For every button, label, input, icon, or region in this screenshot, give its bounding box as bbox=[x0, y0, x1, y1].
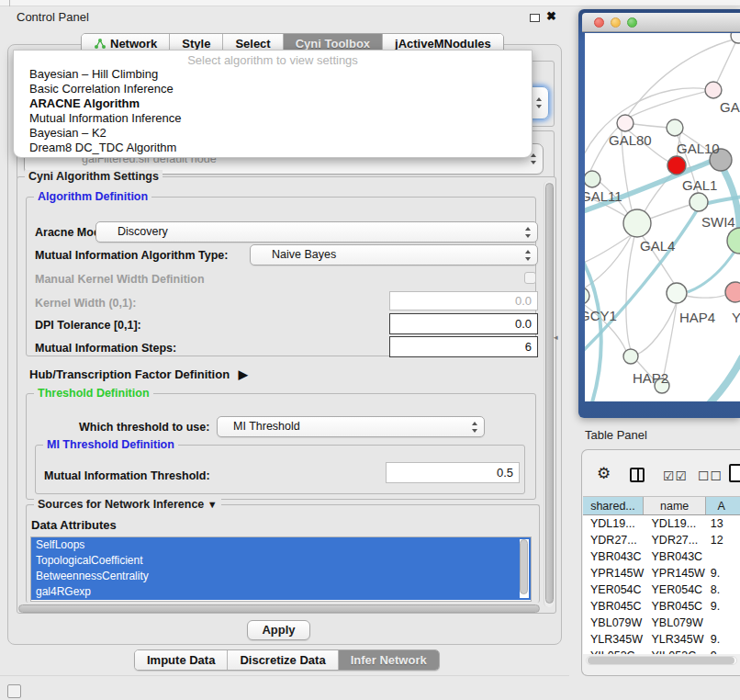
table-horizontal-scrollbar[interactable] bbox=[586, 656, 737, 665]
table-row[interactable]: YBR045CYBR045C9. bbox=[583, 598, 740, 615]
network-canvas[interactable]: GAL GAL80 GAL10 GAL1 GAL11 SWI4 GAL4 GCY… bbox=[585, 33, 740, 401]
mi-type-combo[interactable]: Naive Bayes bbox=[250, 244, 538, 265]
network-node[interactable] bbox=[727, 228, 740, 254]
table-row[interactable]: YBR043CYBR043C bbox=[583, 548, 740, 565]
algorithm-option[interactable]: Mutual Information Inference bbox=[14, 111, 532, 126]
top-strip bbox=[0, 0, 740, 6]
list-item[interactable]: gal4RGexp bbox=[31, 584, 531, 600]
table-row[interactable]: YDL19...YDL19...13 bbox=[583, 515, 740, 532]
cyni-settings-title: Cyni Algorithm Settings bbox=[25, 170, 163, 183]
collapse-down-icon[interactable]: ▼ bbox=[207, 499, 218, 510]
node-label: GAL4 bbox=[640, 238, 675, 254]
combo-arrows-icon bbox=[531, 153, 537, 164]
network-node-swi4[interactable] bbox=[690, 193, 708, 211]
network-node[interactable] bbox=[705, 82, 722, 98]
node-label: GCY1 bbox=[585, 308, 617, 323]
network-node[interactable] bbox=[731, 33, 740, 43]
network-node-gal80[interactable] bbox=[617, 115, 633, 131]
algorithm-option[interactable]: Dream8 DC_TDC Algorithm bbox=[14, 141, 532, 155]
column-header-shared-name[interactable]: shared... bbox=[583, 497, 644, 514]
list-vertical-scrollbar[interactable] bbox=[520, 539, 529, 598]
network-node-gal11[interactable] bbox=[585, 171, 600, 187]
node-label: SWI4 bbox=[701, 214, 735, 230]
float-panel-icon[interactable] bbox=[7, 684, 21, 698]
network-node-gal10[interactable] bbox=[667, 119, 683, 136]
tab-discretize-data[interactable]: Discretize Data bbox=[228, 650, 338, 670]
close-traffic-light[interactable] bbox=[594, 17, 604, 28]
top-tick bbox=[9, 0, 10, 6]
algorithm-option[interactable]: Basic Correlation Inference bbox=[14, 82, 532, 96]
network-window-titlebar[interactable] bbox=[582, 13, 740, 32]
manual-kernel-checkbox[interactable] bbox=[524, 272, 536, 284]
mi-type-label: Mutual Information Algorithm Type: bbox=[35, 249, 228, 262]
table-row[interactable]: YER054CYER054C8. bbox=[583, 581, 740, 598]
mi-threshold-title: MI Threshold Definition bbox=[43, 438, 178, 451]
settings-horizontal-scrollbar[interactable] bbox=[18, 604, 542, 613]
network-node-gal4[interactable] bbox=[623, 209, 651, 237]
data-attributes-label: Data Attributes bbox=[31, 518, 117, 532]
network-node-gcy1[interactable] bbox=[585, 288, 589, 304]
column-header-name[interactable]: name bbox=[644, 497, 707, 514]
mi-steps-label: Mutual Information Steps: bbox=[35, 342, 176, 355]
table-row[interactable]: YLR345WYLR345W9. bbox=[583, 631, 740, 648]
list-item[interactable]: TopologicalCoefficient bbox=[31, 553, 531, 569]
network-node[interactable] bbox=[725, 282, 740, 302]
algorithm-option-selected[interactable]: ARACNE Algorithm bbox=[14, 96, 532, 111]
expand-right-icon[interactable]: ▶ bbox=[239, 367, 248, 381]
which-threshold-combo[interactable]: MI Threshold bbox=[217, 416, 485, 437]
data-attributes-list[interactable]: SelfLoops TopologicalCoefficient Between… bbox=[30, 536, 532, 602]
combo-arrows-icon bbox=[525, 250, 532, 261]
node-label: GAL10 bbox=[677, 141, 720, 156]
table-row[interactable]: YIL053CYIL053C9 bbox=[583, 648, 740, 654]
mi-threshold-input[interactable] bbox=[386, 462, 520, 483]
network-node-hap4[interactable] bbox=[667, 283, 687, 303]
minimize-traffic-light[interactable] bbox=[611, 17, 621, 28]
float-window-icon[interactable] bbox=[530, 14, 540, 22]
tab-infer-network[interactable]: Infer Network bbox=[339, 650, 439, 670]
node-label: HAP4 bbox=[679, 310, 715, 325]
network-node-hap2[interactable] bbox=[623, 349, 638, 364]
threshold-definition-title: Threshold Definition bbox=[34, 387, 153, 400]
kernel-width-input[interactable] bbox=[389, 291, 538, 310]
table-row[interactable]: YDR27...YDR27...12 bbox=[583, 532, 740, 548]
list-item[interactable]: SelfLoops bbox=[31, 537, 531, 553]
node-label: GAL bbox=[720, 99, 740, 115]
algorithm-definition-title: Algorithm Definition bbox=[34, 190, 151, 203]
combo-arrows-icon bbox=[525, 227, 532, 238]
settings-vertical-scrollbar[interactable] bbox=[544, 181, 554, 607]
mi-steps-input[interactable] bbox=[389, 336, 538, 357]
column-header-clipped[interactable]: A bbox=[706, 497, 740, 514]
network-node-gal1[interactable] bbox=[667, 156, 686, 175]
function-builder-icon[interactable] bbox=[729, 464, 740, 482]
node-label: Y bbox=[732, 310, 740, 325]
aracne-mode-combo[interactable]: Discovery bbox=[95, 221, 538, 243]
dpi-tolerance-input[interactable] bbox=[389, 313, 538, 334]
combo-arrows-icon bbox=[472, 422, 478, 433]
algorithm-option[interactable]: Bayesian – K2 bbox=[14, 126, 532, 141]
table-row[interactable]: YBL079WYBL079W bbox=[583, 615, 740, 631]
tab-impute-data[interactable]: Impute Data bbox=[135, 650, 228, 670]
dropdown-placeholder: Select algorithm to view settings bbox=[14, 51, 532, 67]
table-row[interactable]: YPR145WYPR145W9. bbox=[583, 565, 740, 581]
split-collapse-icon[interactable]: ◂ bbox=[554, 333, 558, 342]
hub-definition-toggle[interactable]: Hub/Transcription Factor Definition ▶ bbox=[29, 367, 248, 381]
kernel-width-label: Kernel Width (0,1): bbox=[35, 297, 136, 310]
algorithm-option[interactable]: Bayesian – Hill Climbing bbox=[14, 67, 532, 82]
table-body[interactable]: YDL19...YDL19...13 YDR27...YDR27...12 YB… bbox=[583, 515, 740, 654]
node-label: GAL11 bbox=[585, 188, 622, 204]
select-all-columns-icon[interactable]: ☑☑ bbox=[663, 469, 688, 483]
apply-button[interactable]: Apply bbox=[247, 620, 310, 640]
network-graph[interactable]: GAL GAL80 GAL10 GAL1 GAL11 SWI4 GAL4 GCY… bbox=[585, 33, 740, 401]
deselect-all-columns-icon[interactable]: ☐☐ bbox=[698, 469, 723, 483]
bottom-tabs: Impute Data Discretize Data Infer Networ… bbox=[134, 649, 440, 671]
gear-icon[interactable]: ⚙ bbox=[597, 464, 611, 483]
list-item[interactable]: BetweennessCentrality bbox=[31, 569, 531, 584]
table-panel-title: Table Panel bbox=[585, 428, 647, 442]
close-icon[interactable]: ✖ bbox=[546, 9, 556, 23]
table-header: shared... name A bbox=[583, 496, 740, 515]
algorithm-dropdown-popup: Select algorithm to view settings Bayesi… bbox=[13, 50, 533, 158]
dpi-tolerance-label: DPI Tolerance [0,1]: bbox=[35, 319, 141, 332]
divider-line bbox=[0, 675, 569, 676]
zoom-traffic-light[interactable] bbox=[627, 17, 637, 28]
columns-icon[interactable] bbox=[630, 468, 645, 482]
